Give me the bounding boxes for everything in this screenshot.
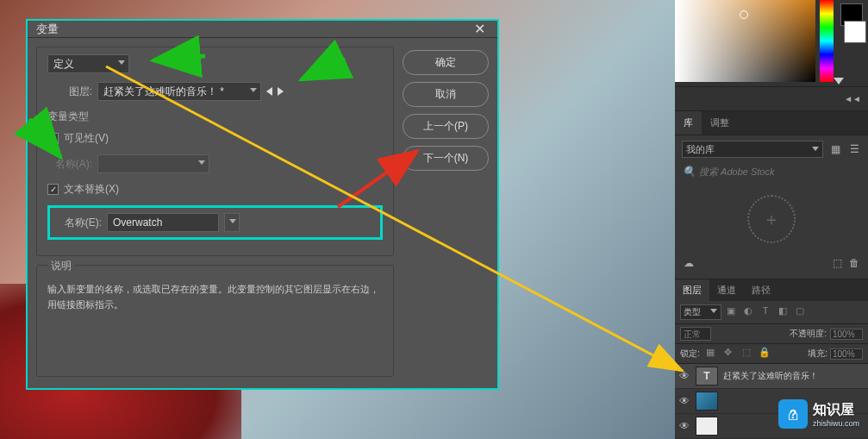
opacity-label: 不透明度: [790,328,827,340]
watermark: ? 知识屋 zhishiwu.com [778,399,859,429]
vartype-label: 变量类型 [47,110,383,124]
background-swatch[interactable] [844,21,866,43]
library-panel: 我的库 ▦ ☰ 🔍 搜索 Adobe Stock ＋ ☁ ⬚ 🗑 [675,135,868,279]
fill-label: 填充: [808,348,827,360]
layer-name[interactable]: 赶紧关了这难听的音乐！ [723,370,818,382]
tab-layers[interactable]: 图层 [675,279,709,301]
tab-paths[interactable]: 路径 [744,279,778,301]
filter-text-icon[interactable]: T [758,305,773,319]
dialog-titlebar: 变量 ✕ [28,21,497,38]
filter-adjust-icon[interactable]: ◐ [740,305,756,319]
drop-zone[interactable]: ＋ [682,185,861,253]
tab-adjustments[interactable]: 调整 [702,111,738,135]
textreplace-checkbox[interactable] [47,184,59,195]
layer-thumb-image [696,392,718,411]
tab-channels[interactable]: 通道 [709,279,744,301]
triangle-icon [834,78,844,85]
filter-smart-icon[interactable]: ▢ [792,305,808,319]
brand-name: 知识屋 [813,402,854,417]
chevron-down-icon [250,88,257,92]
prev-layer-icon[interactable] [266,87,272,96]
visibility-eye-icon[interactable]: 👁 [678,395,690,407]
name-a-label: 名称(A): [47,157,92,172]
name-e-dropdown[interactable] [224,213,240,232]
close-icon[interactable]: ✕ [471,21,489,37]
chevron-down-icon [118,60,125,65]
prev-button[interactable]: 上一个(P) [403,114,489,139]
desc-text: 输入新变量的名称，或选取已存在的变量。此变量控制的其它图层显示在右边，用链接图标… [47,282,383,312]
name-e-input[interactable] [107,213,219,232]
lib-tabs: 库 调整 [675,111,868,135]
name-e-label: 名称(E): [57,216,102,230]
panel-collapse-bar[interactable]: ◄◄ [675,87,868,111]
add-icon: ＋ [747,195,796,243]
next-button[interactable]: 下一个(N) [403,146,489,171]
opacity-value[interactable]: 100% [830,329,863,340]
library-select[interactable]: 我的库 [682,141,823,158]
visibility-label: 可见性(V) [64,131,109,146]
lock-artboard-icon[interactable]: ⬚ [739,347,754,361]
trash-icon[interactable]: 🗑 [847,256,861,270]
visibility-eye-icon[interactable]: 👁 [678,420,690,432]
filter-image-icon[interactable]: ▣ [723,305,739,319]
layer-thumb-bg [696,417,718,436]
color-field[interactable] [675,0,815,82]
grid-view-icon[interactable]: ▦ [828,142,842,156]
stock-search[interactable]: 🔍 搜索 Adobe Stock [682,161,861,182]
layer-select[interactable]: 赶紧关了这难听的音乐！ * [97,82,261,101]
brand-url: zhishiwu.com [813,419,859,428]
chevron-down-icon [198,160,205,165]
tab-library[interactable]: 库 [675,111,702,135]
list-view-icon[interactable]: ☰ [847,142,861,156]
textreplace-label: 文本替换(X) [64,182,119,197]
upload-icon[interactable]: ⬚ [831,256,845,270]
hue-slider[interactable] [820,0,834,82]
variables-dialog: 变量 ✕ 定义 图层: 赶紧关了这难听的音乐！ * 变量类型 [26,19,499,390]
define-select[interactable]: 定义 [47,54,129,73]
chevron-down-icon [229,219,236,223]
cloud-icon[interactable]: ☁ [682,256,696,270]
desc-title: 说明 [47,259,75,273]
chevron-down-icon [812,147,819,151]
chevron-down-icon [710,309,717,313]
collapse-icon: ◄◄ [844,94,861,103]
visibility-eye-icon[interactable]: 👁 [678,370,690,382]
lock-position-icon[interactable]: ✥ [721,347,736,361]
name-a-select [97,154,209,173]
dialog-title: 变量 [36,22,59,37]
lock-all-icon[interactable]: 🔒 [757,347,772,361]
layer-label: 图层: [47,85,92,99]
visibility-checkbox[interactable] [47,133,59,144]
layer-thumb-text: T [696,367,718,386]
fill-value[interactable]: 100% [830,348,863,360]
layer-item[interactable]: 👁 T 赶紧关了这难听的音乐！ [675,364,868,389]
filter-shape-icon[interactable]: ◧ [775,305,790,319]
right-sidebar: ◄◄ 库 调整 我的库 ▦ ☰ 🔍 搜索 Adobe Stock ＋ ☁ ⬚ 🗑 [675,0,868,439]
cancel-button[interactable]: 取消 [403,82,489,107]
color-cursor-icon [740,10,748,19]
lock-label: 锁定: [680,348,700,360]
brand-icon: ? [778,399,808,429]
next-layer-icon[interactable] [278,87,284,96]
highlight-box: 名称(E): [47,205,383,240]
ok-button[interactable]: 确定 [403,50,489,75]
search-icon: 🔍 [682,165,696,179]
lock-pixels-icon[interactable]: ▦ [703,347,718,361]
filter-kind-select[interactable]: 类型 [680,304,721,320]
blend-mode-select[interactable]: 正常 [680,327,711,341]
color-picker-panel[interactable] [675,0,868,87]
layer-filter-row: 类型 ▣ ◐ T ◧ ▢ [675,301,868,324]
